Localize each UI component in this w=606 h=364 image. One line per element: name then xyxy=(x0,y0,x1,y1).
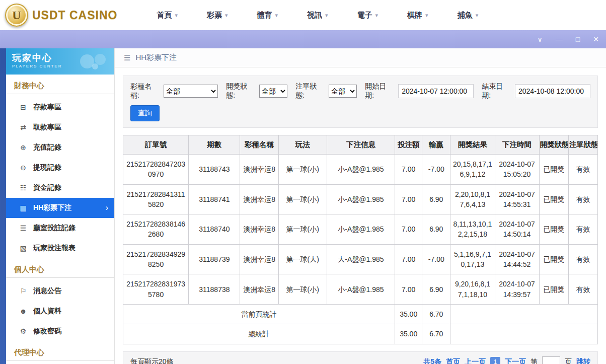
end-date-input[interactable] xyxy=(515,84,590,98)
sidebar-item-recharge-record[interactable]: ⊕ 充值記錄 xyxy=(6,137,114,158)
first-page-link[interactable]: 首页 xyxy=(446,357,460,364)
nav-home[interactable]: 首頁▾ xyxy=(157,11,178,20)
page-title: HH彩票下注 xyxy=(135,53,177,62)
nav-sports-label: 體育 xyxy=(257,11,272,20)
lottery-type-select[interactable]: 全部 xyxy=(164,85,218,98)
page-summary-win-loss: 6.70 xyxy=(422,304,450,324)
play-cell: 第一球(小) xyxy=(278,274,327,305)
prev-page-link[interactable]: 上一页 xyxy=(465,357,486,364)
col-header-order-no: 訂單號 xyxy=(123,135,189,155)
draw-status-cell: 已開獎 xyxy=(539,155,568,185)
nav-fishing[interactable]: 捕魚▾ xyxy=(458,11,479,20)
start-date-label: 開始日期: xyxy=(365,82,394,100)
col-header-win-loss: 輸贏 xyxy=(422,135,450,155)
period-cell: 31188741 xyxy=(189,184,240,214)
sidebar-item-change-password[interactable]: ⚙ 修改密碼 xyxy=(6,321,114,341)
chevron-down-icon: ▾ xyxy=(476,12,479,19)
bet-time-cell: 2024-10-07 14:39:57 xyxy=(495,274,539,305)
nav-slots[interactable]: 電子▾ xyxy=(357,11,378,20)
main-content: ☰ HH彩票下注 彩種名稱: 全部 開獎狀態: 全部 注單狀態: 全部 開始日期… xyxy=(115,48,606,364)
nav-boardgames[interactable]: 棋牌▾ xyxy=(407,11,428,20)
sidebar-item-label: 修改密碼 xyxy=(33,327,61,336)
order-no-cell: 2152172828381462680 xyxy=(123,214,189,245)
bet-time-cell: 2024-10-07 14:50:14 xyxy=(495,214,539,245)
chevron-down-icon: ▾ xyxy=(175,12,178,19)
sidebar-item-player-report[interactable]: ▧ 玩家投注報表 xyxy=(6,238,114,258)
nav-sports[interactable]: 體育▾ xyxy=(257,11,278,20)
sidebar-item-funds-record[interactable]: ☷ 資金記錄 xyxy=(6,178,114,198)
lottery-cell: 澳洲幸运8 xyxy=(240,244,278,274)
query-button[interactable]: 查詢 xyxy=(130,105,160,121)
sidebar-item-label: 資金記錄 xyxy=(33,183,61,192)
close-icon[interactable]: ✕ xyxy=(593,36,599,43)
play-cell: 第一球(小) xyxy=(278,155,327,185)
page-summary-amount: 35.00 xyxy=(395,304,422,324)
collapse-icon[interactable]: ∨ xyxy=(538,36,543,43)
jump-prefix-label: 第 xyxy=(531,357,538,364)
total-summary-amount: 35.00 xyxy=(395,324,422,344)
nav-lottery-label: 彩票 xyxy=(207,11,222,20)
lottery-cell: 澳洲幸运8 xyxy=(240,155,278,185)
start-date-input[interactable] xyxy=(398,84,474,98)
chevron-down-icon: ▾ xyxy=(425,12,428,19)
sidebar-item-hh-lottery-bets[interactable]: ▦ HH彩票下注 › xyxy=(6,198,114,218)
draw-status-select[interactable]: 全部 xyxy=(259,85,287,98)
amount-cell: 7.00 xyxy=(395,184,422,214)
hamburger-icon[interactable]: ☰ xyxy=(124,53,130,62)
deposit-icon: ⊟ xyxy=(17,103,29,111)
result-cell: 9,20,16,8,17,1,18,10 xyxy=(450,274,495,305)
page-summary-label: 當前頁統計 xyxy=(123,304,395,324)
sidebar-item-label: 消息公告 xyxy=(33,286,61,296)
sidebar-item-deposit[interactable]: ⊟ 存款專區 xyxy=(6,97,114,117)
jump-page-input[interactable] xyxy=(542,356,560,364)
period-cell: 31188738 xyxy=(189,274,240,305)
col-header-bet-time: 下注時間 xyxy=(495,135,539,155)
left-edge-strip xyxy=(0,48,6,364)
sidebar-item-profile[interactable]: ☻ 個人資料 xyxy=(6,301,114,321)
bet-info-cell: 小-A盤@1.985 xyxy=(327,184,395,214)
sidebar-item-room-bet-record[interactable]: ☰ 廳室投註記錄 xyxy=(6,218,114,238)
sidebar-item-label: HH彩票下注 xyxy=(33,203,71,212)
period-cell: 31188739 xyxy=(189,244,240,274)
table-row: 2152172828381462680 31188740 澳洲幸运8 第一球(小… xyxy=(123,214,598,245)
sidebar-item-label: 提現記錄 xyxy=(33,163,61,172)
lottery-cell: 澳洲幸运8 xyxy=(240,274,278,305)
total-summary-empty xyxy=(450,324,598,344)
lottery-bet-icon: ▦ xyxy=(17,204,29,212)
minimize-icon[interactable]: — xyxy=(556,36,563,43)
maximize-icon[interactable]: □ xyxy=(576,36,580,43)
sidebar-item-withdraw[interactable]: ⇄ 取款專區 xyxy=(6,117,114,137)
col-header-lottery: 彩種名稱 xyxy=(240,135,278,155)
order-status-cell: 有效 xyxy=(568,274,597,305)
order-status-label: 注單狀態: xyxy=(295,82,325,100)
col-header-result: 開獎結果 xyxy=(450,135,495,155)
person-icon: ☻ xyxy=(17,307,29,315)
order-status-select[interactable]: 全部 xyxy=(329,85,357,98)
current-page[interactable]: 1 xyxy=(490,357,500,364)
col-header-order-status: 注單狀態 xyxy=(568,135,597,155)
col-header-bet-info: 下注信息 xyxy=(327,135,395,155)
sidebar-item-withdraw-record[interactable]: ⊖ 提現記錄 xyxy=(6,158,114,178)
sidebar-item-announcements[interactable]: ⚐ 消息公告 xyxy=(6,281,114,301)
logo[interactable]: U USDT CASINO xyxy=(5,4,117,27)
next-page-link[interactable]: 下一页 xyxy=(505,357,526,364)
order-no-cell: 2152172828472030970 xyxy=(123,155,189,185)
bet-time-cell: 2024-10-07 14:44:52 xyxy=(495,244,539,274)
order-no-cell: 2152172828349298250 xyxy=(123,244,189,274)
breadcrumb: ☰ HH彩票下注 xyxy=(115,48,606,67)
player-report-icon: ▧ xyxy=(17,244,29,252)
col-header-play: 玩法 xyxy=(278,135,327,155)
chevron-down-icon: ▾ xyxy=(375,12,378,19)
result-cell: 2,20,10,8,17,6,4,13 xyxy=(450,184,495,214)
jump-button[interactable]: 跳转 xyxy=(576,357,590,364)
lottery-type-label: 彩種名稱: xyxy=(130,82,160,100)
chevron-down-icon: ▾ xyxy=(225,12,228,19)
funds-record-icon: ☷ xyxy=(17,184,29,192)
gamepad-graphic xyxy=(76,50,111,72)
pagination-bar: 每頁顯示20條 共5条 首页 上一页 1 下一页 第 页 跳转 xyxy=(123,351,598,364)
win-loss-cell: -7.00 xyxy=(422,155,450,185)
nav-lottery[interactable]: 彩票▾ xyxy=(207,11,228,20)
nav-video[interactable]: 視訊▾ xyxy=(307,11,328,20)
draw-status-cell: 已開獎 xyxy=(539,274,568,305)
total-summary-win-loss: 6.70 xyxy=(422,324,450,344)
